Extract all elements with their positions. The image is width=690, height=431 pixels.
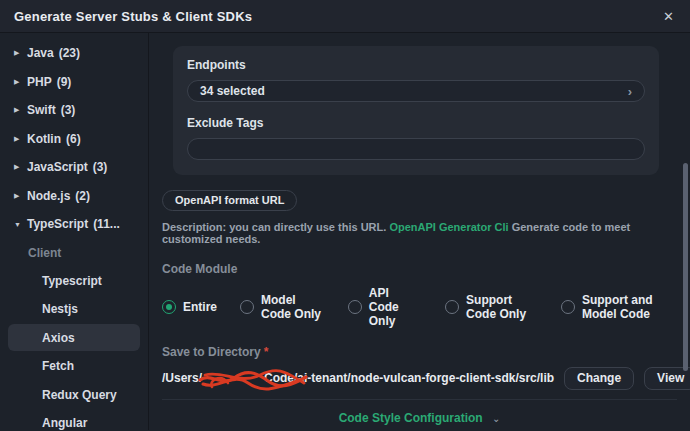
radio-icon <box>162 300 176 314</box>
sidebar-item-php[interactable]: ▶ PHP (9) <box>0 68 148 97</box>
sidebar-item-label: Node.js <box>27 189 70 203</box>
change-button[interactable]: Change <box>564 367 634 390</box>
sidebar-item-count: (3) <box>61 103 76 117</box>
sidebar-subitem-label: Angular <box>42 416 87 430</box>
radio-label: Model Code Only <box>261 293 325 321</box>
main-panel: Endpoints 34 selected › Exclude Tags Ope… <box>149 33 690 430</box>
sidebar-item-label: PHP <box>27 75 52 89</box>
save-directory-label: Save to Directory* <box>162 345 677 359</box>
sidebar-item-swift[interactable]: ▶ Swift (3) <box>0 96 148 125</box>
chevron-down-icon: ⌄ <box>492 413 500 424</box>
endpoints-value: 34 selected <box>200 84 265 98</box>
sidebar-item-nodejs[interactable]: ▶ Node.js (2) <box>0 182 148 211</box>
sidebar-item-label: TypeScript <box>27 217 88 231</box>
radio-api-code-only[interactable]: API Code Only <box>348 286 422 328</box>
sidebar-item-java[interactable]: ▶ Java (23) <box>0 39 148 68</box>
sidebar-subitem-label: Fetch <box>42 359 74 373</box>
chevron-right-icon: ▶ <box>14 78 27 86</box>
sidebar-item-typescript[interactable]: ▼ TypeScript (11... <box>0 210 148 239</box>
radio-support-code-only[interactable]: Support Code Only <box>445 293 538 321</box>
description-text: Description: you can directly use this U… <box>162 221 677 245</box>
radio-entire[interactable]: Entire <box>162 300 217 314</box>
chevron-right-icon: ▶ <box>14 192 27 200</box>
sidebar-item-count: (6) <box>66 132 81 146</box>
sidebar-item-count: (11... <box>93 217 120 231</box>
description-prefix: Description: you can directly use this U… <box>162 221 389 233</box>
sidebar-item-fetch[interactable]: Fetch <box>8 353 140 380</box>
chevron-right-icon: ▶ <box>14 135 27 143</box>
sidebar-item-label: Kotlin <box>27 132 61 146</box>
sidebar-subitem-label: Axios <box>42 331 75 345</box>
sidebar-subitem-label: Nestjs <box>42 302 78 316</box>
required-asterisk: * <box>264 345 269 359</box>
radio-model-code-only[interactable]: Model Code Only <box>240 293 325 321</box>
sidebar-item-nestjs[interactable]: Nestjs <box>8 296 140 323</box>
save-directory-row: /Users/ Code/ai-tenant/node-vulcan-forge… <box>162 367 677 390</box>
directory-path: /Users/ Code/ai-tenant/node-vulcan-forge… <box>162 371 554 386</box>
close-icon[interactable]: ✕ <box>663 10 674 23</box>
code-style-configuration-link[interactable]: Code Style Configuration <box>339 411 483 425</box>
openapi-generator-cli-link[interactable]: OpenAPI Generator Cli <box>389 221 508 233</box>
chevron-right-icon: › <box>628 85 632 98</box>
modal-body: ▶ Java (23) ▶ PHP (9) ▶ Swift (3) ▶ Kotl… <box>0 33 690 430</box>
chevron-down-icon: ▼ <box>14 221 27 228</box>
modal-titlebar: Generate Server Stubs & Client SDKs ✕ <box>0 0 690 33</box>
path-suffix: Code/ai-tenant/node-vulcan-forge-client-… <box>264 371 554 385</box>
path-prefix: /Users/ <box>162 371 202 385</box>
divider <box>162 399 677 400</box>
sidebar-item-typescript-client[interactable]: Typescript <box>8 267 140 294</box>
radio-support-and-model-code[interactable]: Support and Model Code <box>561 293 677 321</box>
sidebar-group-client: Client <box>0 239 148 268</box>
endpoints-label: Endpoints <box>187 58 645 72</box>
language-sidebar: ▶ Java (23) ▶ PHP (9) ▶ Swift (3) ▶ Kotl… <box>0 33 149 430</box>
radio-icon <box>348 300 362 314</box>
code-module-label: Code Module <box>162 262 677 276</box>
sidebar-item-label: JavaScript <box>27 160 88 174</box>
sidebar-item-count: (3) <box>93 160 108 174</box>
save-directory-label-text: Save to Directory <box>162 345 261 359</box>
chevron-right-icon: ▶ <box>14 163 27 171</box>
sidebar-item-redux-query[interactable]: Redux Query <box>8 381 140 408</box>
radio-icon <box>445 300 459 314</box>
sidebar-item-label: Java <box>27 46 54 60</box>
redacted-username <box>202 372 264 386</box>
exclude-tags-label: Exclude Tags <box>187 116 645 130</box>
radio-label: API Code Only <box>369 286 422 328</box>
code-module-options: Entire Model Code Only API Code Only Sup… <box>162 286 677 328</box>
sidebar-subitem-label: Typescript <box>42 274 102 288</box>
endpoints-select[interactable]: 34 selected › <box>187 80 645 102</box>
modal-title: Generate Server Stubs & Client SDKs <box>14 9 252 24</box>
radio-label: Support Code Only <box>466 293 538 321</box>
sidebar-item-label: Swift <box>27 103 56 117</box>
radio-icon <box>240 300 254 314</box>
sidebar-item-angular[interactable]: Angular <box>8 410 140 431</box>
radio-label: Entire <box>183 300 217 314</box>
openapi-format-url-button[interactable]: OpenAPI format URL <box>162 190 297 211</box>
code-style-configuration: Code Style Configuration ⌄ <box>162 411 677 425</box>
sidebar-subitem-label: Redux Query <box>42 388 117 402</box>
endpoints-panel: Endpoints 34 selected › Exclude Tags <box>173 46 659 175</box>
chevron-right-icon: ▶ <box>14 106 27 114</box>
sidebar-item-count: (9) <box>57 75 72 89</box>
sidebar-item-count: (23) <box>59 46 80 60</box>
radio-icon <box>561 300 575 314</box>
exclude-tags-input[interactable] <box>187 138 645 160</box>
sidebar-item-axios[interactable]: Axios <box>8 324 140 351</box>
sidebar-item-count: (2) <box>75 189 90 203</box>
chevron-right-icon: ▶ <box>14 49 27 57</box>
radio-label: Support and Model Code <box>582 293 677 321</box>
vertical-scrollbar[interactable] <box>683 163 688 371</box>
sidebar-item-javascript[interactable]: ▶ JavaScript (3) <box>0 153 148 182</box>
sidebar-item-kotlin[interactable]: ▶ Kotlin (6) <box>0 125 148 154</box>
